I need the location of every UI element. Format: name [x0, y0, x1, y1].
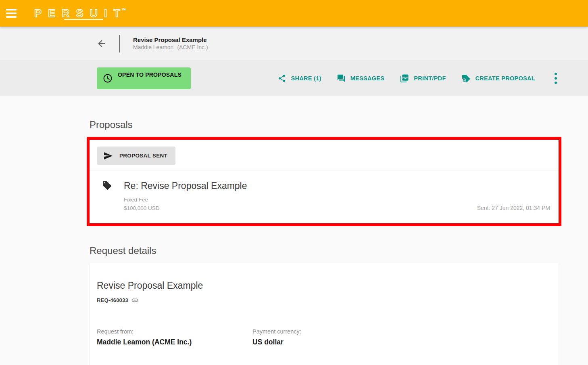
back-arrow-icon [96, 38, 107, 49]
sub-header: Revise Proposal Example Maddie Leamon(AC… [0, 27, 588, 61]
send-icon [103, 151, 113, 161]
page-subtitle: Maddie Leamon(ACME Inc.) [133, 44, 208, 51]
messages-icon [337, 74, 346, 83]
proposal-item-details: Fixed Fee $100,000 USD [124, 195, 247, 212]
app-bar: PERSUIT™ [0, 0, 588, 27]
messages-button-label: MESSAGES [350, 75, 385, 82]
clock-icon [103, 73, 113, 83]
create-proposal-button[interactable]: CREATE PROPOSAL [461, 74, 535, 83]
request-details-card: Revise Proposal Example REQ-460033 Reque… [90, 263, 559, 365]
proposal-item-text: Re: Revise Proposal Example Fixed Fee $1… [124, 180, 247, 223]
proposal-fee-type: Fixed Fee [124, 195, 247, 204]
print-pdf-button[interactable]: PDF PRINT/PDF [400, 74, 446, 83]
menu-icon[interactable] [6, 9, 18, 18]
requester-name: Maddie Leamon [133, 44, 173, 50]
proposal-amount: $100,000 USD [124, 204, 247, 212]
request-fields: Request from: Maddie Leamon (ACME Inc.) … [97, 328, 559, 346]
request-id-row: REQ-460033 [97, 296, 559, 304]
proposal-sent-badge: PROPOSAL SENT [97, 147, 175, 165]
request-from-label: Request from: [97, 328, 252, 335]
requester-org: (ACME Inc.) [177, 44, 208, 50]
logo-underline [64, 19, 103, 20]
request-from-field: Request from: Maddie Leamon (ACME Inc.) [97, 328, 252, 346]
proposal-status-row: PROPOSAL SENT [90, 140, 559, 170]
status-badge-label: OPEN TO PROPOSALS [118, 71, 181, 78]
proposal-item-title: Re: Revise Proposal Example [124, 180, 247, 192]
proposals-card-annotated: PROPOSAL SENT Re: Revise Proposal Exampl… [87, 137, 561, 226]
more-options-button[interactable] [553, 71, 559, 86]
share-icon [277, 74, 286, 83]
print-pdf-button-label: PRINT/PDF [414, 75, 446, 82]
page-title: Revise Proposal Example [133, 36, 208, 44]
proposal-sent-badge-label: PROPOSAL SENT [119, 153, 167, 159]
messages-button[interactable]: MESSAGES [337, 74, 385, 83]
toolbar: OPEN TO PROPOSALS SHARE (1) MESSAGES PDF… [0, 61, 588, 96]
toolbar-actions: SHARE (1) MESSAGES PDF PRINT/PDF CREATE … [277, 71, 559, 86]
create-proposal-tag-icon [461, 74, 471, 83]
link-icon[interactable] [131, 296, 139, 304]
status-badge: OPEN TO PROPOSALS [97, 67, 191, 89]
proposal-list-item[interactable]: Re: Revise Proposal Example Fixed Fee $1… [90, 170, 559, 223]
proposals-heading: Proposals [90, 96, 588, 130]
create-proposal-button-label: CREATE PROPOSAL [475, 75, 535, 82]
payment-currency-label: Payment currency: [252, 328, 408, 335]
back-button[interactable] [96, 38, 107, 49]
svg-text:PDF: PDF [402, 76, 409, 79]
payment-currency-field: Payment currency: US dollar [252, 328, 408, 346]
request-from-value: Maddie Leamon (ACME Inc.) [97, 338, 252, 346]
header-divider [119, 35, 120, 52]
page: PERSUIT™ Revise Proposal Example Maddie … [0, 0, 588, 365]
payment-currency-value: US dollar [252, 338, 408, 346]
share-button[interactable]: SHARE (1) [277, 74, 321, 83]
app-logo: PERSUIT™ [34, 0, 131, 27]
logo-text: PERSUIT [34, 7, 127, 20]
request-id: REQ-460033 [97, 297, 128, 303]
title-block: Revise Proposal Example Maddie Leamon(AC… [133, 36, 208, 51]
tag-icon [102, 180, 112, 191]
main-content: Proposals PROPOSAL SENT Re: Revise Propo… [0, 96, 588, 365]
proposal-sent-timestamp: Sent: 27 Jun 2022, 01:34 PM [477, 205, 550, 211]
logo-trademark: ™ [122, 8, 126, 12]
pdf-icon: PDF [400, 74, 409, 83]
share-button-label: SHARE (1) [291, 75, 321, 82]
request-title: Revise Proposal Example [97, 280, 559, 291]
request-details-heading: Request details [90, 245, 588, 256]
